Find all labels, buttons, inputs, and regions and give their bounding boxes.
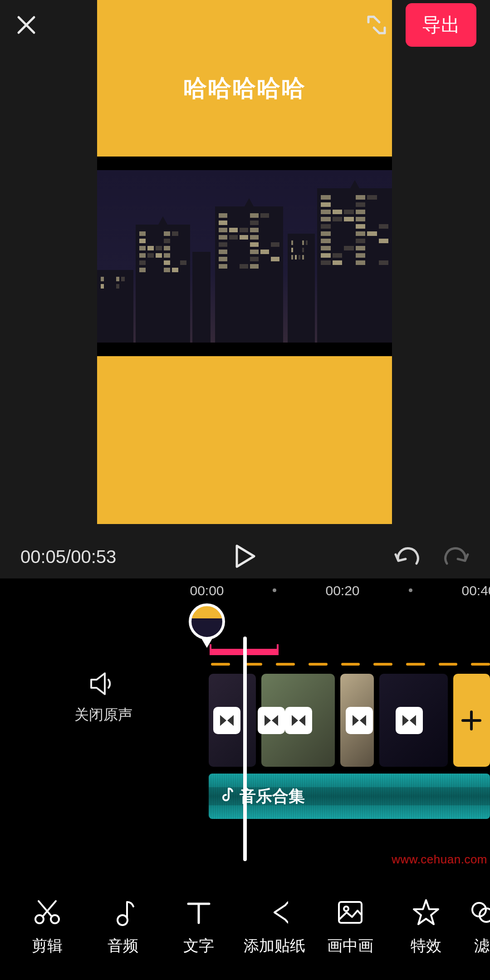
time-ruler[interactable]: 00:00 00:20 00:40 xyxy=(0,578,490,601)
transition-button[interactable] xyxy=(396,707,423,734)
ruler-dot xyxy=(273,588,276,592)
mute-audio-label: 关闭原声 xyxy=(74,705,132,725)
svg-point-6 xyxy=(480,908,490,922)
mute-audio-button[interactable] xyxy=(89,671,118,698)
music-note-icon xyxy=(111,898,135,926)
keyframe-marker[interactable] xyxy=(189,603,225,640)
export-button[interactable]: 导出 xyxy=(406,3,476,47)
filter-icon xyxy=(469,898,490,926)
ruler-dot xyxy=(409,588,412,592)
timecode: 00:05/00:53 xyxy=(20,547,116,567)
transition-button[interactable] xyxy=(258,707,285,734)
play-button[interactable] xyxy=(234,544,256,570)
add-clip-button[interactable] xyxy=(453,674,490,767)
svg-point-2 xyxy=(118,915,127,925)
image-icon xyxy=(337,898,364,926)
watermark: www.cehuan.com xyxy=(392,853,487,867)
svg-point-4 xyxy=(344,906,348,911)
undo-button[interactable] xyxy=(394,545,419,569)
preview-video-frame xyxy=(97,157,392,356)
text-icon xyxy=(186,898,212,926)
video-track[interactable] xyxy=(209,674,490,767)
effect-markers xyxy=(211,663,490,666)
close-button[interactable] xyxy=(14,13,39,38)
preview-title-overlay: 哈哈哈哈哈 xyxy=(183,73,306,104)
bottom-toolbar: 剪辑 音频 文字 添加贴纸 画中画 特效 滤 xyxy=(0,875,490,980)
fullscreen-icon[interactable] xyxy=(366,14,387,36)
timeline[interactable]: 00:00 00:20 00:40 关闭原声 音乐合集 xyxy=(0,578,490,875)
transition-button[interactable] xyxy=(346,707,373,734)
ruler-tick: 00:40 xyxy=(461,583,490,598)
ruler-tick: 00:00 xyxy=(190,583,224,598)
ruler-tick: 00:20 xyxy=(325,583,359,598)
tool-sticker[interactable]: 添加贴纸 xyxy=(236,898,312,956)
sticker-pacman-icon xyxy=(261,898,288,926)
tool-text[interactable]: 文字 xyxy=(161,898,236,956)
redo-button[interactable] xyxy=(444,545,470,569)
tool-pip[interactable]: 画中画 xyxy=(312,898,388,956)
playback-bar: 00:05/00:53 xyxy=(0,538,490,576)
preview-canvas[interactable]: 哈哈哈哈哈 xyxy=(97,0,392,524)
transition-button[interactable] xyxy=(213,707,240,734)
tool-filter[interactable]: 滤 xyxy=(464,898,490,956)
star-icon xyxy=(412,898,440,926)
tool-audio[interactable]: 音频 xyxy=(85,898,161,956)
tool-edit[interactable]: 剪辑 xyxy=(9,898,85,956)
audio-track[interactable]: 音乐合集 xyxy=(209,774,490,819)
scissors-icon xyxy=(33,898,61,926)
audio-track-label: 音乐合集 xyxy=(240,785,305,808)
music-note-icon xyxy=(220,787,233,806)
playhead[interactable] xyxy=(243,637,247,861)
top-bar: 导出 xyxy=(0,0,490,50)
transition-button[interactable] xyxy=(285,707,312,734)
tool-effect[interactable]: 特效 xyxy=(388,898,464,956)
